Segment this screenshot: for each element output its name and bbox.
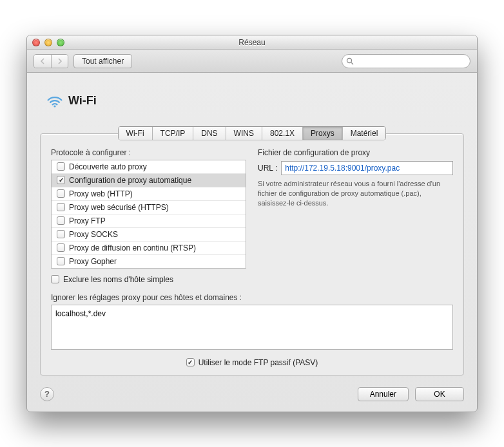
svg-point-2 xyxy=(53,105,55,107)
interface-header: Wi-Fi xyxy=(40,82,464,124)
protocol-label: Proxy web (HTTP) xyxy=(69,189,133,198)
protocol-label: Découverte auto proxy xyxy=(69,162,147,171)
footer: ? Annuler OK xyxy=(40,387,464,401)
pac-hint-text: Si votre administrateur réseau vous a fo… xyxy=(258,179,453,208)
checkbox-icon xyxy=(57,216,65,225)
protocol-row[interactable]: Proxy web sécurisé (HTTPS) xyxy=(52,201,246,214)
protocol-row[interactable]: Découverte auto proxy xyxy=(52,160,246,174)
checkbox-icon xyxy=(57,230,65,238)
checkbox-icon xyxy=(57,176,65,184)
protocol-label: Protocole à configurer : xyxy=(51,148,246,157)
checkbox-icon xyxy=(57,162,65,171)
protocol-row[interactable]: Proxy Gopher xyxy=(52,255,246,268)
ok-button[interactable]: OK xyxy=(415,387,464,401)
content-area: Wi-Fi Wi-FiTCP/IPDNSWINS802.1XProxysMaté… xyxy=(27,73,477,412)
checkbox-icon xyxy=(57,203,65,211)
interface-name: Wi-Fi xyxy=(68,94,97,108)
proxy-panel: Protocole à configurer : Découverte auto… xyxy=(40,133,464,376)
svg-point-0 xyxy=(347,58,352,62)
exclude-simple-label: Exclure les noms d'hôte simples xyxy=(63,275,173,284)
protocol-label: Proxy SOCKS xyxy=(69,230,118,239)
protocol-row[interactable]: Configuration de proxy automatique xyxy=(52,174,246,187)
pac-url-input[interactable] xyxy=(281,161,453,175)
search-field[interactable] xyxy=(342,54,470,68)
protocol-label: Configuration de proxy automatique xyxy=(69,176,191,185)
protocol-list[interactable]: Découverte auto proxyConfiguration de pr… xyxy=(51,160,246,269)
checkbox-icon xyxy=(57,243,65,252)
svg-line-1 xyxy=(351,62,353,64)
window-title: Réseau xyxy=(27,38,477,47)
protocol-label: Proxy FTP xyxy=(69,216,106,225)
cancel-button[interactable]: Annuler xyxy=(358,387,409,401)
ftp-passive-option[interactable]: Utiliser le mode FTP passif (PASV) xyxy=(51,358,453,367)
wifi-icon xyxy=(46,95,63,108)
protocol-row[interactable]: Proxy de diffusion en continu (RTSP) xyxy=(52,242,246,255)
chevron-left-icon xyxy=(40,58,45,64)
titlebar: Réseau xyxy=(27,35,477,50)
protocol-label: Proxy Gopher xyxy=(69,257,117,266)
bypass-label: Ignorer les réglages proxy pour ces hôte… xyxy=(51,293,453,302)
checkbox-icon xyxy=(57,189,65,198)
toolbar: Tout afficher xyxy=(27,50,477,73)
url-label: URL : xyxy=(258,164,277,173)
checkbox-icon xyxy=(57,257,65,265)
pac-section-title: Fichier de configuration de proxy xyxy=(258,148,453,157)
tab-bar: Wi-FiTCP/IPDNSWINS802.1XProxysMatériel xyxy=(40,126,464,140)
bypass-hosts-input[interactable] xyxy=(51,305,453,350)
tab-wi-fi[interactable]: Wi-Fi xyxy=(119,127,152,140)
tab-tcp-ip[interactable]: TCP/IP xyxy=(152,127,193,140)
checkbox-icon xyxy=(186,358,195,366)
nav-back-button[interactable] xyxy=(34,55,51,68)
tab-proxys[interactable]: Proxys xyxy=(302,127,342,140)
protocol-row[interactable]: Proxy FTP xyxy=(52,214,246,228)
tab-dns[interactable]: DNS xyxy=(193,127,225,140)
ftp-passive-label: Utiliser le mode FTP passif (PASV) xyxy=(199,358,318,367)
nav-forward-button[interactable] xyxy=(51,55,68,68)
chevron-right-icon xyxy=(57,58,63,64)
nav-back-forward xyxy=(34,54,68,68)
checkbox-icon xyxy=(51,275,59,283)
preferences-window: Réseau Tout afficher xyxy=(26,35,478,412)
tab-802-1x[interactable]: 802.1X xyxy=(262,127,302,140)
show-all-button[interactable]: Tout afficher xyxy=(73,54,132,68)
protocol-label: Proxy web sécurisé (HTTPS) xyxy=(69,203,169,212)
tab-mat-riel[interactable]: Matériel xyxy=(342,127,386,140)
tab-wins[interactable]: WINS xyxy=(226,127,262,140)
protocol-row[interactable]: Proxy web (HTTP) xyxy=(52,187,246,201)
search-input[interactable] xyxy=(356,56,466,66)
search-icon xyxy=(346,57,354,65)
exclude-simple-hostnames[interactable]: Exclure les noms d'hôte simples xyxy=(51,275,246,284)
protocol-row[interactable]: Proxy SOCKS xyxy=(52,228,246,242)
protocol-label: Proxy de diffusion en continu (RTSP) xyxy=(69,243,196,252)
help-button[interactable]: ? xyxy=(40,387,54,401)
